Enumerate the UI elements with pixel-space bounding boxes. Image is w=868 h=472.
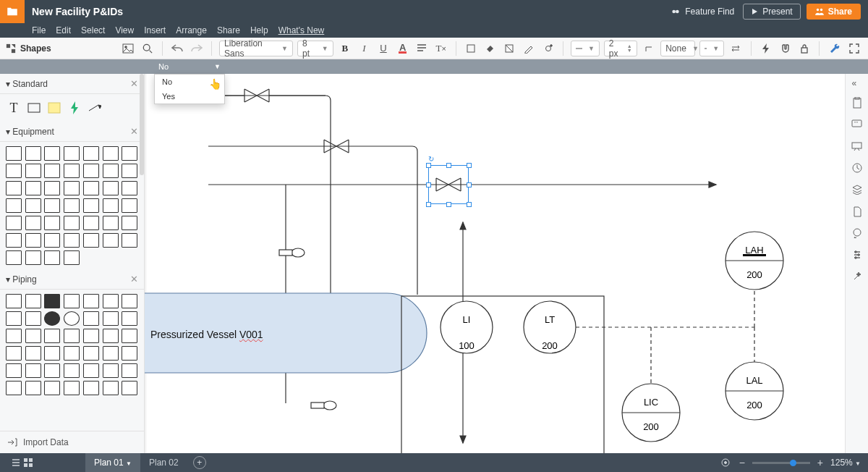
equip-shape[interactable] xyxy=(44,181,60,195)
equip-shape[interactable] xyxy=(64,216,80,230)
feature-find-button[interactable]: Feature Find xyxy=(671,7,734,17)
piping-shape[interactable] xyxy=(122,363,137,378)
equip-shape[interactable] xyxy=(122,146,137,161)
equip-shape[interactable] xyxy=(83,146,99,161)
piping-shape[interactable] xyxy=(25,294,41,308)
edit-button[interactable] xyxy=(522,41,537,56)
equip-shape[interactable] xyxy=(44,250,60,265)
present-button[interactable]: Present xyxy=(743,4,800,20)
equip-shape[interactable] xyxy=(122,164,137,178)
piping-shape[interactable] xyxy=(44,329,60,343)
line-style-dropdown[interactable]: None▼ xyxy=(660,41,695,56)
bolt-shape[interactable] xyxy=(67,100,82,116)
presentation-icon[interactable] xyxy=(850,139,864,153)
selection-handle[interactable] xyxy=(446,163,451,168)
selection-handle[interactable] xyxy=(467,163,472,168)
piping-shape[interactable] xyxy=(44,363,60,378)
settings-icon[interactable] xyxy=(850,248,864,262)
piping-shape[interactable] xyxy=(83,381,99,395)
piping-shape[interactable] xyxy=(122,311,137,326)
equip-shape[interactable] xyxy=(83,216,99,230)
equip-shape[interactable] xyxy=(64,233,80,248)
layers-icon[interactable] xyxy=(850,182,864,197)
equip-shape[interactable] xyxy=(83,233,99,248)
equip-shape[interactable] xyxy=(44,146,60,161)
menu-arrange[interactable]: Arrange xyxy=(176,25,207,35)
grid-view-button[interactable] xyxy=(22,456,35,469)
dropdown-option-yes[interactable]: Yes xyxy=(155,89,224,104)
history-icon[interactable] xyxy=(850,161,864,175)
piping-shape[interactable] xyxy=(64,294,80,308)
piping-shape[interactable] xyxy=(103,363,119,378)
page-tab-2[interactable]: Plan 02 xyxy=(140,453,187,472)
piping-shape[interactable] xyxy=(25,346,41,361)
piping-shape[interactable] xyxy=(44,311,60,326)
swap-ends-button[interactable] xyxy=(728,41,744,56)
action-button[interactable] xyxy=(759,41,774,56)
piping-shape[interactable] xyxy=(64,363,80,378)
search-button[interactable] xyxy=(140,41,155,56)
zoom-out-button[interactable]: − xyxy=(739,457,745,468)
menu-whatsnew[interactable]: What's New xyxy=(278,25,325,35)
equip-shape[interactable] xyxy=(6,181,22,195)
piping-shape[interactable] xyxy=(6,346,22,361)
piping-shape[interactable] xyxy=(122,346,137,361)
piping-shape[interactable] xyxy=(6,294,22,308)
page-icon[interactable] xyxy=(850,204,864,219)
font-size-dropdown[interactable]: 8 pt▼ xyxy=(297,41,333,56)
menu-share[interactable]: Share xyxy=(217,25,240,35)
comment-icon[interactable]: "" xyxy=(850,117,864,132)
magic-icon[interactable] xyxy=(850,269,864,284)
equip-shape[interactable] xyxy=(6,164,22,178)
equip-shape[interactable] xyxy=(64,198,80,213)
piping-shape[interactable] xyxy=(83,294,99,308)
piping-shape[interactable] xyxy=(25,329,41,343)
equip-shape[interactable] xyxy=(64,181,80,195)
equip-shape[interactable] xyxy=(122,233,137,248)
piping-shape[interactable] xyxy=(122,381,137,395)
border-button[interactable] xyxy=(502,41,517,56)
piping-shape[interactable] xyxy=(25,381,41,395)
note-shape[interactable] xyxy=(46,100,62,116)
arrow-shape[interactable] xyxy=(87,100,103,116)
dropdown-option-no[interactable]: No xyxy=(155,75,224,89)
equip-shape[interactable] xyxy=(6,198,22,213)
app-logo[interactable] xyxy=(0,0,25,23)
menu-select[interactable]: Select xyxy=(81,25,105,35)
panel-scrollbar[interactable] xyxy=(140,74,144,175)
selection-handle[interactable] xyxy=(446,202,451,207)
fullscreen-button[interactable] xyxy=(846,41,862,56)
selection-handle[interactable] xyxy=(426,163,431,168)
piping-shape[interactable] xyxy=(64,311,80,326)
piping-shape[interactable] xyxy=(64,329,80,343)
collapse-dock-button[interactable]: « xyxy=(852,78,862,88)
equip-shape[interactable] xyxy=(83,181,99,195)
rect-shape[interactable] xyxy=(26,100,42,116)
piping-shape[interactable] xyxy=(103,311,119,326)
piping-shape[interactable] xyxy=(83,346,99,361)
equip-shape[interactable] xyxy=(103,216,119,230)
equip-shape[interactable] xyxy=(83,198,99,213)
text-shape[interactable]: T xyxy=(6,100,22,116)
piping-shape[interactable] xyxy=(122,329,137,343)
equip-shape[interactable] xyxy=(25,181,41,195)
diagram-canvas[interactable]: LI 100 LT 200 LAH 200 LAL 200 LIC 200 Pr… xyxy=(145,74,845,453)
selection-handle[interactable] xyxy=(467,202,472,207)
effects-button[interactable] xyxy=(540,41,556,56)
equip-shape[interactable] xyxy=(6,146,22,161)
equip-shape[interactable] xyxy=(64,146,80,161)
equip-shape[interactable] xyxy=(122,216,137,230)
italic-button[interactable]: I xyxy=(357,41,372,56)
target-icon[interactable] xyxy=(719,456,732,469)
arrow-end-dropdown[interactable]: ▼ xyxy=(699,41,724,56)
underline-button[interactable]: U xyxy=(376,41,391,56)
shapes-button[interactable]: Shapes xyxy=(6,43,51,54)
insert-image-button[interactable] xyxy=(121,41,136,56)
magnet-button[interactable] xyxy=(778,41,793,56)
equip-shape[interactable] xyxy=(25,250,41,265)
piping-shape[interactable] xyxy=(103,381,119,395)
piping-shape[interactable] xyxy=(103,329,119,343)
align-button[interactable] xyxy=(414,41,430,56)
equip-shape[interactable] xyxy=(103,146,119,161)
piping-shape[interactable] xyxy=(83,311,99,326)
